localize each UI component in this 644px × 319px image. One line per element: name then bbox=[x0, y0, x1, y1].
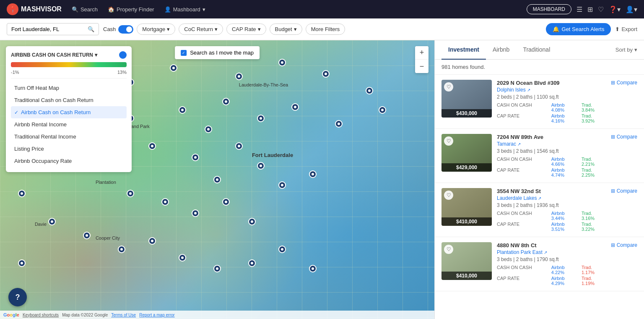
listing-neighborhood[interactable]: Plantation Park East ↗ bbox=[497, 249, 606, 255]
heatmap-menu-airbnb-income[interactable]: Airbnb Rental Income bbox=[11, 118, 127, 131]
favorite-button[interactable]: ♡ bbox=[444, 82, 453, 92]
listing-neighborhood[interactable]: Dolphin Isles ↗ bbox=[497, 87, 606, 93]
listing-card[interactable]: ♡ $410,000 3554 NW 32nd St Lauderdale La… bbox=[435, 183, 644, 237]
favorite-button[interactable]: ♡ bbox=[444, 245, 453, 254]
map-pin[interactable] bbox=[235, 142, 243, 150]
map-pin[interactable] bbox=[18, 259, 26, 267]
map-pin[interactable] bbox=[235, 73, 243, 80]
map-pin[interactable] bbox=[322, 70, 330, 78]
heatmap-active-indicator[interactable] bbox=[119, 51, 127, 59]
search-move-checkbox[interactable]: ✓ bbox=[181, 50, 187, 56]
heatmap-menu-trad-coc[interactable]: Traditional Cash on Cash Return bbox=[11, 94, 127, 106]
map-pin[interactable] bbox=[179, 254, 186, 261]
map-pin[interactable] bbox=[205, 126, 212, 133]
coc-airbnb-value: Airbnb 4.66% bbox=[551, 157, 578, 167]
mashboard-button[interactable]: MASHBOARD bbox=[527, 4, 571, 14]
listing-card[interactable]: ♡ $410,000 4880 NW 8th Ct Plantation Par… bbox=[435, 237, 644, 291]
zoom-out-button[interactable]: − bbox=[415, 60, 428, 73]
map-pin[interactable] bbox=[118, 246, 125, 253]
compare-button[interactable]: ⊞ Compare bbox=[611, 188, 637, 194]
metric-coc-label: CASH ON CASH bbox=[497, 211, 551, 221]
listing-neighborhood[interactable]: Lauderdale Lakes ↗ bbox=[497, 195, 606, 201]
terms-link[interactable]: Terms of Use bbox=[111, 313, 136, 317]
listing-details: 2 beds | 2 baths | 1100 sq.ft bbox=[497, 94, 606, 100]
coc-return-filter[interactable]: CoC Return ▾ bbox=[179, 24, 223, 35]
map-pin[interactable] bbox=[148, 237, 156, 245]
listing-card[interactable]: ♡ $430,000 2029 N Ocean Blvd #309 Dolphi… bbox=[435, 75, 644, 129]
map-pin[interactable] bbox=[48, 218, 56, 225]
nav-property-finder[interactable]: 🏠 Property Finder bbox=[108, 6, 154, 13]
map-area[interactable]: Palm Aire Lauderdale-By-The-Sea Oakland … bbox=[0, 40, 434, 319]
tab-traditional-label: Traditional bbox=[523, 46, 550, 53]
tab-traditional[interactable]: Traditional bbox=[516, 40, 557, 60]
compare-button[interactable]: ⊞ Compare bbox=[611, 242, 637, 248]
listing-card[interactable]: ♡ $429,000 7204 NW 89th Ave Tamarac ↗ 3 … bbox=[435, 129, 644, 183]
map-pin[interactable] bbox=[257, 162, 265, 170]
cash-label: Cash bbox=[103, 26, 116, 32]
mortgage-filter[interactable]: Mortgage ▾ bbox=[137, 24, 175, 35]
map-pin[interactable] bbox=[161, 198, 169, 206]
map-pin[interactable] bbox=[278, 246, 286, 253]
map-pin[interactable] bbox=[379, 106, 386, 114]
nav-mashboard[interactable]: 👤 Mashboard ▾ bbox=[164, 6, 205, 13]
listing-neighborhood[interactable]: Tamarac ↗ bbox=[497, 141, 606, 147]
heatmap-menu-occupancy[interactable]: Airbnb Occupancy Rate bbox=[11, 155, 127, 167]
report-link[interactable]: Report a map error bbox=[139, 313, 174, 317]
map-pin[interactable] bbox=[18, 190, 26, 197]
map-pin[interactable] bbox=[278, 59, 286, 66]
help-button[interactable]: ? bbox=[8, 288, 27, 306]
map-pin[interactable] bbox=[127, 190, 134, 197]
tab-investment[interactable]: Investment bbox=[441, 40, 486, 60]
location-input-wrap[interactable]: 🔍 bbox=[7, 23, 99, 35]
map-pin[interactable] bbox=[83, 232, 91, 239]
heatmap-menu-turn-off[interactable]: Turn Off Heat Map bbox=[11, 82, 127, 94]
map-pin[interactable] bbox=[309, 170, 317, 178]
cash-mortgage-toggle[interactable] bbox=[118, 25, 133, 34]
export-button[interactable]: ⬆ Export bbox=[615, 26, 637, 32]
location-input[interactable] bbox=[11, 26, 85, 32]
map-pin[interactable] bbox=[248, 218, 256, 225]
map-pin[interactable] bbox=[192, 209, 199, 217]
favorite-button[interactable]: ♡ bbox=[444, 191, 453, 200]
map-pin[interactable] bbox=[366, 87, 373, 94]
compare-button[interactable]: ⊞ Compare bbox=[611, 134, 637, 140]
cap-rate-filter[interactable]: CAP Rate ▾ bbox=[226, 24, 266, 35]
map-pin[interactable] bbox=[248, 259, 256, 267]
map-pin[interactable] bbox=[213, 176, 221, 183]
user-button[interactable]: 👤▾ bbox=[626, 5, 637, 13]
heatmap-menu-listing-price[interactable]: Listing Price bbox=[11, 143, 127, 155]
map-pin[interactable] bbox=[213, 265, 221, 272]
heatmap-menu-trad-income[interactable]: Traditional Rental Income bbox=[11, 131, 127, 143]
more-filters-button[interactable]: More Filters bbox=[306, 24, 345, 35]
grid-view-button[interactable]: ⊞ bbox=[587, 5, 593, 13]
map-pin[interactable] bbox=[170, 64, 177, 72]
map-pin[interactable] bbox=[309, 265, 317, 272]
map-pin[interactable] bbox=[222, 98, 230, 105]
map-pin[interactable] bbox=[148, 142, 156, 150]
listing-image-wrap: ♡ $410,000 bbox=[441, 188, 492, 226]
map-pin[interactable] bbox=[192, 154, 199, 161]
heatmap-menu-airbnb-coc[interactable]: ✓ Airbnb Cash on Cash Return bbox=[11, 106, 127, 118]
keyboard-shortcuts-link[interactable]: Keyboard shortcuts bbox=[23, 313, 59, 317]
favorite-button[interactable]: ♡ bbox=[444, 136, 453, 146]
map-pin[interactable] bbox=[222, 198, 230, 206]
map-pin[interactable] bbox=[257, 115, 265, 122]
zoom-in-button[interactable]: + bbox=[415, 46, 428, 60]
nav-search[interactable]: 🔍 Search bbox=[72, 6, 98, 13]
map-pin[interactable] bbox=[278, 181, 286, 189]
map-pin[interactable] bbox=[335, 120, 343, 128]
compare-label: Compare bbox=[617, 134, 637, 140]
search-as-i-move-bar[interactable]: ✓ Search as I move the map bbox=[175, 46, 260, 59]
get-alerts-button[interactable]: 🔔 Get Search Alerts bbox=[546, 23, 611, 35]
favorites-button[interactable]: ♡ bbox=[598, 5, 604, 13]
logo[interactable]: 📍 MASHVISOR bbox=[7, 3, 62, 15]
budget-label: Budget bbox=[275, 26, 292, 32]
map-pin[interactable] bbox=[291, 103, 299, 111]
compare-button[interactable]: ⊞ Compare bbox=[611, 80, 637, 86]
sort-by-button[interactable]: Sort by ▾ bbox=[615, 47, 637, 53]
budget-filter[interactable]: Budget ▾ bbox=[270, 24, 302, 35]
help-nav-button[interactable]: ❓▾ bbox=[609, 5, 621, 13]
tab-airbnb[interactable]: Airbnb bbox=[486, 40, 516, 60]
menu-button[interactable]: ☰ bbox=[576, 5, 582, 13]
map-pin[interactable] bbox=[179, 106, 186, 114]
